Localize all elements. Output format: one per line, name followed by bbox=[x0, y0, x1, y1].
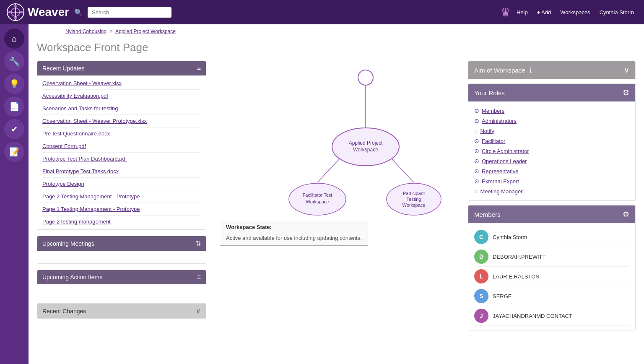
tools-icon: 🔧 bbox=[9, 56, 20, 66]
role-link[interactable]: Administrators bbox=[482, 118, 517, 124]
topnav-right: ♛ Help + Add Workspaces Cynthia Storm bbox=[500, 5, 637, 19]
list-item[interactable]: Page 2 Testing Management - Prototype bbox=[42, 192, 201, 201]
logo[interactable]: Weaver bbox=[7, 3, 69, 21]
bulb-icon: 💡 bbox=[9, 79, 20, 89]
member-name: LAURIE.RALSTON bbox=[493, 273, 540, 280]
sidebar-item-tools[interactable]: 🔧 bbox=[4, 51, 24, 71]
role-link[interactable]: Circle Administrator bbox=[482, 148, 529, 154]
list-item: ⊙Representative bbox=[474, 166, 629, 176]
queen-icon: ♛ bbox=[500, 5, 511, 19]
search-icon[interactable]: 🔍 bbox=[74, 8, 83, 16]
search-input[interactable] bbox=[88, 7, 171, 18]
role-link[interactable]: Meeting Manager bbox=[480, 188, 522, 195]
member-name: SERGE bbox=[493, 293, 512, 299]
svg-point-6 bbox=[8, 11, 11, 13]
list-item[interactable]: Observation Sheet - Weaver Prototype.xls… bbox=[42, 117, 201, 125]
list-item[interactable]: Prototype Test Plan Dashboard.pdf bbox=[42, 154, 201, 163]
svg-point-8 bbox=[358, 70, 373, 85]
role-link[interactable]: External Expert bbox=[482, 178, 519, 185]
svg-point-4 bbox=[14, 5, 17, 8]
topnav: Weaver 🔍 ♛ Help + Add Workspaces Cynthia… bbox=[0, 0, 644, 24]
left-column: Recent Updates ≡ Observation Sheet - Wea… bbox=[37, 61, 213, 335]
upcoming-meetings-icon[interactable]: ⇅ bbox=[195, 239, 201, 247]
avatar: C bbox=[474, 230, 488, 244]
sidebar: ⌂ 🔧 💡 📄 ✔ 📝 bbox=[0, 24, 29, 364]
avatar: J bbox=[474, 309, 488, 323]
active-role-icon: ⊙ bbox=[474, 138, 479, 144]
aim-chevron-icon[interactable]: ∨ bbox=[624, 65, 629, 75]
list-item[interactable]: Accessibility Evaluation.pdf bbox=[42, 91, 201, 100]
recent-changes-header: Recent Changes ∨ bbox=[37, 304, 206, 318]
recent-changes-chevron[interactable]: ∨ bbox=[196, 307, 201, 315]
list-item: ⊙Facilitator bbox=[474, 136, 629, 146]
aim-panel-header: Aim of Workspace ℹ ∨ bbox=[468, 61, 635, 79]
recent-updates-header: Recent Updates ≡ bbox=[37, 61, 206, 75]
sidebar-item-home[interactable]: ⌂ bbox=[4, 29, 24, 49]
list-item: SSERGE bbox=[474, 286, 629, 306]
content-area: Recent Updates ≡ Observation Sheet - Wea… bbox=[29, 61, 644, 335]
aim-of-workspace-panel: Aim of Workspace ℹ ∨ bbox=[468, 61, 636, 79]
svg-text:Workspace: Workspace bbox=[402, 203, 426, 208]
recent-updates-list-icon[interactable]: ≡ bbox=[197, 65, 201, 72]
workspaces-button[interactable]: Workspaces bbox=[557, 8, 593, 17]
list-item: JJAYACHANDRANMD CONTACT bbox=[474, 306, 629, 326]
role-link[interactable]: Operations Leader bbox=[482, 158, 527, 164]
list-item: DDEBORAH.PREWITT bbox=[474, 247, 629, 267]
user-button[interactable]: Cynthia Storm bbox=[596, 8, 637, 17]
role-link[interactable]: Members bbox=[482, 108, 504, 114]
members-header: Members ⚙ bbox=[468, 205, 635, 223]
svg-text:Testing: Testing bbox=[407, 197, 421, 202]
role-link[interactable]: Representative bbox=[482, 168, 518, 174]
right-column: Aim of Workspace ℹ ∨ Your Roles ⚙ ⊙Membe… bbox=[468, 61, 636, 335]
list-item[interactable]: Prototype Design bbox=[42, 179, 201, 188]
list-item[interactable]: Pre-test Questionnaire.docx bbox=[42, 129, 201, 138]
member-name: JAYACHANDRANMD CONTACT bbox=[493, 313, 572, 319]
your-roles-body: ⊙Members⊙Administrators○Notify⊙Facilitat… bbox=[468, 101, 635, 200]
avatar: L bbox=[474, 269, 488, 283]
sidebar-item-notes[interactable]: 📝 bbox=[4, 142, 24, 162]
svg-text:Workspace: Workspace bbox=[353, 147, 378, 153]
add-button[interactable]: + Add bbox=[534, 8, 555, 17]
breadcrumb-current[interactable]: Applied Project Workspace bbox=[115, 29, 176, 34]
inactive-role-icon: ○ bbox=[474, 188, 478, 195]
upcoming-action-items-header: Upcoming Action Items ≡ bbox=[37, 270, 206, 284]
upcoming-action-items-title: Upcoming Action Items bbox=[42, 274, 102, 281]
list-item[interactable]: Consent Form.pdf bbox=[42, 142, 201, 151]
list-item[interactable]: Scenarios and Tasks for testing bbox=[42, 104, 201, 113]
member-name: Cynthia Storm bbox=[493, 234, 527, 240]
your-roles-title: Your Roles bbox=[474, 89, 505, 96]
role-link[interactable]: Facilitator bbox=[482, 138, 505, 144]
list-item: LLAURIE.RALSTON bbox=[474, 267, 629, 286]
your-roles-panel: Your Roles ⚙ ⊙Members⊙Administrators○Not… bbox=[468, 83, 636, 201]
role-link[interactable]: Notify bbox=[480, 128, 494, 134]
app-name: Weaver bbox=[28, 5, 69, 19]
middle-column: Applied Project Workspace Facilitator Te… bbox=[213, 61, 468, 335]
breadcrumb-parent[interactable]: Nyland Cohousing bbox=[65, 29, 106, 34]
help-button[interactable]: Help bbox=[513, 8, 531, 17]
sidebar-item-tasks[interactable]: ✔ bbox=[4, 119, 24, 139]
workspace-state-box: Workspace State: Active and available fo… bbox=[220, 220, 368, 246]
svg-text:Applied Project: Applied Project bbox=[349, 140, 383, 146]
upcoming-action-items-body bbox=[37, 284, 206, 297]
list-item: ⊙Administrators bbox=[474, 116, 629, 126]
members-gear-icon[interactable]: ⚙ bbox=[623, 210, 629, 219]
upcoming-action-items-icon[interactable]: ≡ bbox=[197, 273, 201, 281]
list-item: ⊙External Expert bbox=[474, 176, 629, 186]
list-item[interactable]: Page 2 testing management bbox=[42, 217, 201, 226]
upcoming-meetings-body bbox=[37, 251, 206, 263]
your-roles-gear-icon[interactable]: ⚙ bbox=[623, 88, 629, 97]
logo-icon bbox=[7, 3, 24, 21]
workspace-diagram: Applied Project Workspace Facilitator Te… bbox=[220, 61, 461, 220]
upcoming-action-items-panel: Upcoming Action Items ≡ bbox=[37, 270, 206, 297]
doc-icon: 📄 bbox=[9, 101, 20, 112]
sidebar-item-docs[interactable]: 📄 bbox=[4, 96, 24, 117]
home-icon: ⌂ bbox=[12, 34, 17, 44]
members-panel: Members ⚙ CCynthia StormDDEBORAH.PREWITT… bbox=[468, 205, 636, 330]
list-item[interactable]: Observation Sheet - Weaver.xlsx bbox=[42, 79, 201, 88]
list-item[interactable]: Final Prototype Test Tasks.docx bbox=[42, 167, 201, 176]
upcoming-meetings-header: Upcoming Meetings ⇅ bbox=[37, 236, 206, 251]
aim-info-icon[interactable]: ℹ bbox=[530, 67, 532, 74]
sidebar-item-ideas[interactable]: 💡 bbox=[4, 74, 24, 94]
list-item[interactable]: Page 1 Testing Management - Prototype bbox=[42, 205, 201, 213]
workspace-state-label: Workspace State: bbox=[226, 224, 362, 231]
